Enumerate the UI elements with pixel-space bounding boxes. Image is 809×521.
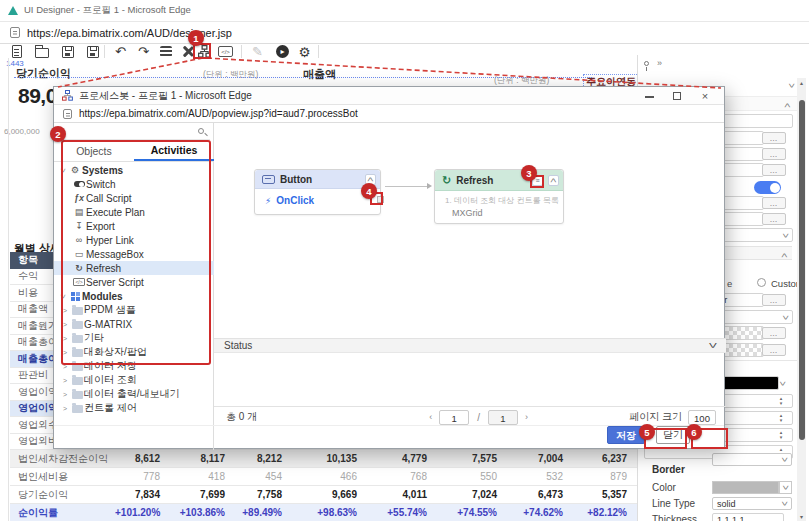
table-cell: 4,011: [367, 489, 437, 500]
row-label: 순이익률: [10, 506, 115, 520]
table-cell: 7,834: [115, 489, 170, 500]
radio-label-fragment: e: [727, 278, 732, 289]
data-source-icon[interactable]: [157, 44, 174, 59]
ellipsis-button[interactable]: …: [762, 164, 786, 176]
tree-item-label: 데이터 출력/내보내기: [84, 387, 180, 401]
stepper-arrows-icon[interactable]: ▴▾: [776, 413, 786, 424]
flow-connector-line: [385, 186, 429, 187]
total-count-label: 총 0 개: [226, 410, 257, 424]
flow-node-refresh[interactable]: ↻ Refresh ≡ > 1. 데이터 조회 대상 컨트롤 목록 MXGrid: [434, 169, 564, 224]
page-size-input[interactable]: 100: [688, 410, 716, 425]
minimize-button[interactable]: [638, 90, 660, 102]
main-window-title: UI Designer - 프로필 1 - Microsoft Edge: [24, 4, 191, 17]
occluded-dropdown[interactable]: >: [712, 453, 792, 466]
table-cell: 10,135: [292, 453, 367, 464]
collapse-panel-icon[interactable]: »: [657, 58, 662, 68]
node-title: Refresh: [456, 175, 527, 186]
lightning-icon: ⚡: [265, 196, 271, 206]
redo-icon[interactable]: ↷: [135, 44, 152, 59]
onclick-event-label[interactable]: OnClick: [276, 195, 314, 206]
sales-chart-title: 매출액: [303, 67, 336, 82]
ellipsis-button[interactable]: …: [762, 213, 786, 225]
table-cell: +82.12%: [573, 507, 637, 518]
popup-url-bar: https://epa.bimatrix.com/AUD/popview.jsp…: [54, 105, 724, 123]
page-input[interactable]: 1: [439, 410, 469, 425]
run-icon[interactable]: ▸: [274, 44, 291, 59]
color-label: Color: [652, 482, 676, 493]
refresh-desc: 1. 데이터 조회 대상 컨트롤 목록: [435, 191, 563, 206]
annotation-box-tree: [61, 140, 211, 365]
save-icon[interactable]: [59, 44, 76, 59]
table-cell: +103.86%: [170, 507, 235, 518]
chevron-down-icon: >: [779, 315, 792, 320]
color-dropdown-button[interactable]: >: [779, 481, 792, 494]
callout-badge-2: 2: [50, 126, 66, 142]
table-cell: +98.63%: [292, 507, 367, 518]
tree-search-box[interactable]: [58, 125, 210, 140]
flow-canvas[interactable]: Button > ⚡ OnClick ↻ Refresh ≡ > 1. 데이터 …: [215, 124, 725, 338]
panel-scrollbar[interactable]: ▴ ▾: [797, 78, 806, 521]
code-view-icon[interactable]: </>: [217, 44, 234, 59]
table-row: 법인세비용778418454466768550532879: [10, 468, 637, 486]
main-url-bar[interactable]: https://epa.bimatrix.com/AUD/designer.js…: [0, 22, 809, 44]
table-row: 당기순이익7,8347,6997,7589,6694,0117,0246,473…: [10, 486, 637, 504]
scroll-down-icon[interactable]: ▾: [797, 513, 806, 520]
button-control-icon: [262, 175, 275, 184]
tree-item-컨트롤-제어[interactable]: >컨트롤 제어: [54, 401, 214, 415]
next-page-icon[interactable]: ›: [518, 412, 535, 422]
tree-item-label: 데이터 조회: [84, 373, 137, 387]
ellipsis-button[interactable]: …: [762, 327, 786, 339]
collapse-node-icon[interactable]: >: [548, 175, 559, 186]
folder-icon: [70, 376, 84, 385]
ellipsis-button[interactable]: …: [762, 344, 786, 356]
popup-button-row: 저장 닫기: [54, 425, 724, 448]
tree-item-데이터-조회[interactable]: >데이터 조회: [54, 373, 214, 387]
border-color-swatch[interactable]: [712, 481, 779, 494]
ellipsis-button[interactable]: …: [762, 148, 786, 160]
table-cell: 7,758: [235, 489, 292, 500]
radio-custom[interactable]: [757, 278, 766, 287]
scroll-up-icon[interactable]: ▴: [797, 79, 806, 86]
edit-icon[interactable]: ✎: [249, 44, 266, 59]
ellipsis-button[interactable]: …: [762, 132, 786, 144]
prev-page-icon[interactable]: ‹: [422, 412, 439, 422]
line-type-dropdown[interactable]: solid>: [712, 497, 792, 510]
chevron-down-icon[interactable]: >: [785, 83, 798, 88]
ellipsis-button[interactable]: …: [762, 197, 786, 209]
popup-title: 프로세스봇 - 프로필 1 - Microsoft Edge: [79, 89, 632, 103]
table-cell: 8,117: [170, 453, 235, 464]
table-cell: 768: [367, 471, 437, 482]
toggle-switch[interactable]: [754, 181, 781, 194]
table-cell: 418: [170, 471, 235, 482]
ellipsis-button[interactable]: …: [762, 294, 786, 306]
search-icon: [198, 128, 204, 134]
chevron-right-icon: >: [60, 377, 70, 384]
chart-axis-label: 6,000,000: [4, 127, 40, 136]
save-all-icon[interactable]: [84, 44, 101, 59]
scrollbar-thumb[interactable]: [799, 100, 805, 440]
left-rail-divider: [8, 58, 9, 521]
settings-icon[interactable]: ⚙: [296, 44, 313, 59]
toolbar-separator: [104, 45, 105, 58]
callout-badge-4: 4: [361, 183, 377, 199]
tree-item-데이터-출력-내보내기[interactable]: >데이터 출력/내보내기: [54, 387, 214, 401]
pin-icon[interactable]: [644, 61, 649, 66]
maximize-button[interactable]: [666, 90, 688, 102]
thickness-input[interactable]: 1 1 1 1: [712, 513, 784, 521]
new-file-icon[interactable]: [8, 44, 25, 59]
open-folder-icon[interactable]: [33, 44, 50, 59]
table-cell: +101.20%: [115, 507, 170, 518]
table-cell: 550: [437, 471, 507, 482]
stepper-arrows-icon[interactable]: ▴▾: [776, 396, 786, 407]
stepper-arrows-icon[interactable]: ▴▾: [776, 430, 786, 441]
refresh-icon: ↻: [442, 174, 451, 187]
undo-icon[interactable]: ↶: [112, 44, 129, 59]
app-logo-icon: [8, 6, 18, 15]
page-icon: [10, 27, 20, 38]
close-window-button[interactable]: ×: [694, 90, 716, 102]
toolbar-separator: [241, 45, 242, 58]
status-bar[interactable]: Status >: [214, 338, 726, 353]
folder-icon: [70, 390, 84, 399]
table-cell: 7,575: [437, 453, 507, 464]
table-cell: 9,669: [292, 489, 367, 500]
